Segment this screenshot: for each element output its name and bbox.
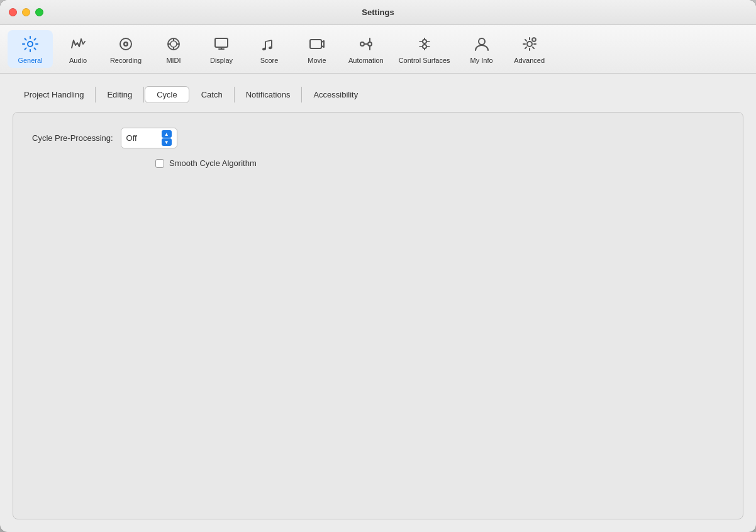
svg-point-31	[527, 42, 532, 47]
cycle-pre-processing-label: Cycle Pre-Processing:	[32, 133, 113, 143]
toolbar-item-advanced[interactable]: Advanced	[507, 30, 552, 68]
subtab-project-handling[interactable]: Project Handling	[13, 87, 96, 103]
score-label: Score	[260, 57, 279, 64]
toolbar-item-automation[interactable]: Automation	[342, 30, 390, 68]
minimize-button[interactable]	[22, 8, 30, 16]
movie-icon	[307, 34, 327, 54]
smooth-cycle-algorithm-row: Smooth Cycle Algorithm	[155, 158, 724, 168]
control-surfaces-label: Control Surfaces	[399, 57, 450, 64]
midi-icon	[164, 34, 184, 54]
svg-point-29	[423, 45, 426, 48]
svg-rect-19	[310, 40, 321, 48]
automation-icon	[356, 34, 376, 54]
svg-point-6	[170, 41, 177, 47]
svg-point-30	[479, 38, 485, 45]
score-icon	[259, 34, 279, 54]
recording-icon	[116, 34, 136, 54]
svg-line-15	[265, 40, 272, 42]
my-info-icon	[472, 34, 492, 54]
midi-label: MIDI	[166, 57, 181, 64]
svg-point-4	[125, 43, 127, 45]
titlebar: Settings	[0, 0, 756, 25]
display-icon	[211, 34, 231, 54]
subtabs: Project Handling Editing Cycle Catch Not…	[13, 86, 743, 103]
smooth-cycle-algorithm-label: Smooth Cycle Algorithm	[169, 158, 257, 168]
audio-label: Audio	[69, 57, 87, 64]
toolbar: General Audio Recording	[0, 25, 756, 74]
svg-point-20	[360, 42, 364, 46]
automation-label: Automation	[348, 57, 384, 64]
display-label: Display	[210, 57, 233, 64]
my-info-label: My Info	[470, 57, 493, 64]
content-panel: Cycle Pre-Processing: Off ▲ ▼ Smooth Cyc…	[13, 112, 743, 519]
subtab-editing[interactable]: Editing	[96, 87, 144, 103]
cycle-pre-processing-row: Cycle Pre-Processing: Off ▲ ▼	[32, 128, 724, 148]
toolbar-item-score[interactable]: Score	[247, 30, 292, 68]
subtab-cycle[interactable]: Cycle	[145, 86, 189, 103]
toolbar-item-my-info[interactable]: My Info	[459, 30, 504, 68]
movie-label: Movie	[308, 57, 326, 64]
stepper-up[interactable]: ▲	[162, 130, 172, 138]
subtab-catch[interactable]: Catch	[190, 87, 235, 103]
smooth-cycle-algorithm-checkbox[interactable]	[155, 159, 164, 168]
subtab-accessibility[interactable]: Accessibility	[302, 87, 369, 103]
recording-label: Recording	[110, 57, 142, 64]
control-surfaces-icon	[414, 34, 435, 54]
toolbar-item-audio[interactable]: Audio	[55, 30, 101, 68]
main-content: Project Handling Editing Cycle Catch Not…	[0, 74, 756, 532]
window-title: Settings	[362, 8, 394, 17]
svg-point-28	[423, 40, 426, 43]
svg-point-0	[28, 42, 33, 47]
general-label: General	[18, 57, 42, 64]
subtab-notifications[interactable]: Notifications	[235, 87, 303, 103]
toolbar-item-midi[interactable]: MIDI	[151, 30, 196, 68]
close-button[interactable]	[9, 8, 17, 16]
general-icon	[20, 34, 40, 54]
toolbar-item-movie[interactable]: Movie	[294, 30, 340, 68]
toolbar-item-display[interactable]: Display	[199, 30, 244, 68]
cycle-pre-processing-select[interactable]: Off ▲ ▼	[121, 128, 177, 148]
maximize-button[interactable]	[35, 8, 43, 16]
audio-icon	[68, 34, 88, 54]
advanced-icon	[520, 34, 540, 54]
toolbar-item-recording[interactable]: Recording	[103, 30, 148, 68]
toolbar-item-control-surfaces[interactable]: Control Surfaces	[392, 30, 457, 68]
toolbar-item-general[interactable]: General	[8, 30, 53, 68]
advanced-label: Advanced	[514, 57, 545, 64]
stepper-down[interactable]: ▼	[162, 138, 172, 146]
svg-rect-11	[215, 38, 228, 47]
select-stepper: ▲ ▼	[162, 130, 172, 146]
settings-window: Settings General Audio	[0, 0, 756, 532]
cycle-pre-processing-value: Off	[126, 133, 137, 143]
traffic-lights	[9, 8, 43, 16]
